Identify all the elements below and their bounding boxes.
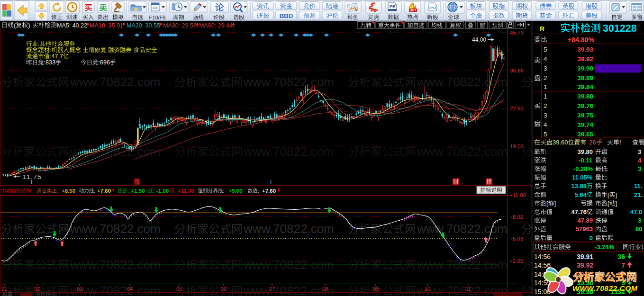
svg-text:MA20: 30.55: MA20: 30.55 <box>127 22 160 29</box>
svg-text:+11.00: +11.00 <box>509 192 526 198</box>
svg-text:05: 05 <box>176 286 182 292</box>
svg-text:www.70822.com: www.70822.com <box>70 222 161 236</box>
svg-text:]: ] <box>616 191 617 198</box>
svg-text:39.76: 39.76 <box>577 102 593 109</box>
svg-text:39.93: 39.93 <box>577 46 593 53</box>
svg-text:www.70822.com: www.70822.com <box>70 75 161 89</box>
svg-text:7: 7 <box>621 261 625 269</box>
svg-text::696: :696 <box>99 59 110 66</box>
svg-text:36: 36 <box>617 253 625 260</box>
svg-text:06: 06 <box>220 286 226 292</box>
svg-text:(: ( <box>14 22 16 29</box>
svg-text::: : <box>127 188 129 194</box>
svg-text:2: 2 <box>544 102 547 109</box>
svg-text:R: R <box>540 25 544 33</box>
svg-text:5.64: 5.64 <box>575 191 587 198</box>
svg-text:WWW.70822.COM: WWW.70822.COM <box>572 284 638 292</box>
svg-text:11.05%: 11.05% <box>572 174 593 181</box>
svg-text:47.89: 47.89 <box>578 217 593 224</box>
svg-text:+8.02: +8.02 <box>509 214 523 220</box>
svg-text:MA10: 35.01: MA10: 35.01 <box>90 22 123 29</box>
svg-text:2: 2 <box>544 74 547 81</box>
svg-text:+84.80%: +84.80% <box>568 36 594 44</box>
svg-text:www.70822.com: www.70822.com <box>243 75 334 89</box>
svg-text:L: L <box>270 179 273 186</box>
svg-text:www.70822.com: www.70822.com <box>243 284 334 296</box>
svg-text:+7.60: +7.60 <box>97 188 111 194</box>
svg-text:+8.50: +8.50 <box>62 188 75 194</box>
svg-text:57963: 57963 <box>576 225 593 233</box>
svg-text:1: 1 <box>544 83 547 90</box>
svg-text:03: 03 <box>77 286 82 292</box>
svg-text:1: 1 <box>544 93 547 100</box>
svg-text:39.92: 39.92 <box>577 261 593 269</box>
svg-text::: : <box>153 188 154 194</box>
svg-text:301228: 301228 <box>603 23 637 34</box>
svg-text:+7.60: +7.60 <box>262 188 276 194</box>
svg-text:HOT: HOT <box>410 9 417 12</box>
svg-text:MA30: 29.56: MA30: 29.56 <box>163 22 197 29</box>
svg-text:MA60: 29.44: MA60: 29.44 <box>199 22 233 29</box>
svg-text:39.92: 39.92 <box>577 55 593 63</box>
svg-text:39.84: 39.84 <box>577 83 593 90</box>
svg-text::: : <box>258 188 259 194</box>
svg-text::: : <box>50 47 51 54</box>
svg-text:10: 10 <box>425 286 430 292</box>
svg-text:]: ] <box>554 200 556 207</box>
svg-text:+5.00: +5.00 <box>229 188 243 194</box>
svg-text:39.74: 39.74 <box>577 121 593 128</box>
svg-text:39.80: 39.80 <box>577 93 593 100</box>
svg-text:47.76: 47.76 <box>571 208 587 215</box>
svg-text:[: [ <box>546 200 548 207</box>
svg-text:3: 3 <box>544 112 547 119</box>
svg-text:4: 4 <box>544 121 547 128</box>
svg-text::47.7: :47.7 <box>50 53 63 60</box>
svg-text:L: L <box>31 179 34 186</box>
svg-text:3: 3 <box>638 217 641 224</box>
svg-text:[: [ <box>608 191 609 198</box>
svg-text:F10/F9: F10/F9 <box>149 15 166 20</box>
svg-text:-0.11: -0.11 <box>579 157 592 164</box>
svg-text:07: 07 <box>269 286 275 292</box>
svg-text::: : <box>94 188 95 194</box>
svg-text:04: 04 <box>127 286 133 292</box>
svg-text:www.70822.com: www.70822.com <box>243 222 334 236</box>
svg-text:39.90: 39.90 <box>577 65 593 72</box>
svg-text:4: 4 <box>544 55 547 63</box>
svg-text:80: 80 <box>635 225 642 233</box>
svg-text:3: 3 <box>638 165 641 172</box>
svg-text:36.86: 36.86 <box>510 68 524 73</box>
svg-text:[: [ <box>608 200 609 207</box>
svg-text:44.00: 44.00 <box>472 36 486 43</box>
svg-text:BBD: BBD <box>279 12 293 19</box>
svg-text:39.75: 39.75 <box>577 112 593 119</box>
svg-text:3: 3 <box>544 65 547 72</box>
svg-text::: : <box>57 188 58 194</box>
svg-text:5: 5 <box>544 46 547 53</box>
svg-text:01: 01 <box>1 286 7 292</box>
svg-text:www.70822.com: www.70822.com <box>417 144 508 159</box>
svg-text:08: 08 <box>322 286 328 292</box>
svg-text:): ) <box>28 22 30 29</box>
svg-text:www.70822.com: www.70822.com <box>243 144 334 159</box>
svg-text:13.88: 13.88 <box>571 182 587 189</box>
svg-text:39.80: 39.80 <box>578 148 593 155</box>
svg-text:www.70822.com: www.70822.com <box>417 75 508 89</box>
svg-text:0: 0 <box>590 234 593 242</box>
svg-text:39.91: 39.91 <box>577 253 593 260</box>
svg-text:11: 11 <box>465 286 471 292</box>
svg-text:45.79: 45.79 <box>510 30 524 36</box>
svg-text:21.: 21. <box>634 191 643 198</box>
svg-text:47.0: 47.0 <box>630 208 642 215</box>
svg-text:39.60: 39.60 <box>553 139 568 146</box>
svg-text::: : <box>174 188 176 194</box>
svg-text:26: 26 <box>589 139 596 146</box>
svg-text:02: 02 <box>34 286 40 292</box>
svg-text:19.00: 19.00 <box>510 144 524 149</box>
svg-text::833: :833 <box>44 59 55 66</box>
svg-text:+2.05: +2.05 <box>509 258 523 264</box>
svg-text:14:56: 14:56 <box>534 253 551 260</box>
svg-text:-1.00: -1.00 <box>156 188 169 194</box>
svg-text:PE: PE <box>390 4 396 9</box>
svg-text::: : <box>223 188 225 194</box>
